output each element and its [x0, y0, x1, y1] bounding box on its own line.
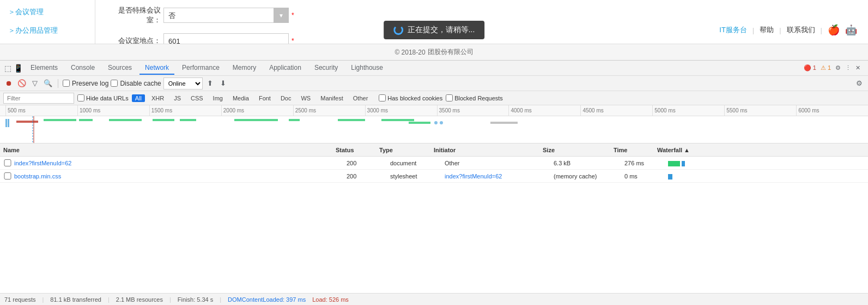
sidebar-item-office[interactable]: ＞办公用品管理 [0, 21, 95, 40]
preserve-log-label[interactable]: Preserve log [63, 80, 108, 87]
has-blocked-cookies-text: Has blocked cookies [387, 95, 442, 101]
svg-rect-9 [289, 119, 300, 121]
app-bar: ＞会议管理 ＞办公用品管理 ＞公文管理 是否特殊会议室： 否 是 ▼ * 会议室… [0, 0, 868, 60]
filter-tag-manifest[interactable]: Manifest [317, 94, 347, 102]
row1-size: 6.3 kB [554, 160, 624, 166]
tick-1000: 1000 ms [77, 105, 149, 116]
timeline-chart [0, 116, 868, 143]
svg-rect-11 [381, 119, 414, 121]
field1-select[interactable]: 否 是 [163, 8, 289, 23]
warning-badge: ⚠ 1 [821, 64, 831, 71]
filter-tag-js[interactable]: JS [171, 94, 184, 102]
separator-1 [58, 79, 58, 88]
hide-data-urls-label[interactable]: Hide data URLs [77, 94, 129, 101]
has-blocked-cookies-checkbox[interactable] [379, 94, 386, 101]
android-icon: 🤖 [845, 24, 857, 36]
tick-4500: 4500 ms [580, 105, 652, 116]
search-button[interactable]: 🔍 [43, 78, 53, 89]
apple-icon: 🍎 [828, 24, 840, 36]
header-status: Status [336, 147, 379, 153]
tab-performance[interactable]: Performance [177, 62, 225, 75]
contact-link[interactable]: 联系我们 [787, 25, 815, 35]
disable-cache-checkbox[interactable] [111, 80, 118, 87]
error-badge: 🔴 1 [804, 64, 816, 71]
upload-icon[interactable]: ⬆ [205, 78, 216, 89]
timeline-ruler: 500 ms 1000 ms 1500 ms 2000 ms 2500 ms 3… [0, 105, 868, 116]
disable-cache-label[interactable]: Disable cache [111, 80, 161, 87]
status-sep-3: | [169, 296, 171, 303]
svg-rect-6 [153, 119, 174, 121]
devtools-tabs-left: ⬚ 📱 Elements Console Sources Network Per… [4, 62, 389, 75]
svg-rect-10 [338, 119, 365, 121]
row2-waterfall [668, 172, 865, 179]
nav-sep-3: | [821, 26, 822, 34]
more-icon[interactable]: ⋮ [845, 64, 851, 71]
blocked-requests-checkbox[interactable] [446, 94, 453, 101]
timeline-svg [0, 116, 868, 143]
nav-sep-1: | [752, 26, 754, 34]
filter-tag-ws[interactable]: WS [298, 94, 314, 102]
it-service-link[interactable]: IT服务台 [719, 25, 747, 35]
device-icon[interactable]: 📱 [14, 64, 23, 73]
filter-tag-font[interactable]: Font [256, 94, 274, 102]
tab-memory[interactable]: Memory [227, 62, 262, 75]
sidebar-item-meeting[interactable]: ＞会议管理 [0, 3, 95, 21]
has-blocked-cookies-label[interactable]: Has blocked cookies [379, 94, 442, 101]
inspect-icon[interactable]: ⬚ [4, 64, 11, 73]
tab-application[interactable]: Application [264, 62, 307, 75]
filter-tag-all[interactable]: All [132, 94, 145, 102]
table-row[interactable]: index?firstMenuId=62 200 document Other … [0, 157, 868, 170]
header-type: Type [379, 147, 434, 153]
settings-icon[interactable]: ⚙ [835, 64, 841, 71]
svg-rect-1 [8, 119, 9, 127]
footer-bar: © 2018-20 团股份有限公司 [0, 44, 868, 60]
tab-lighthouse[interactable]: Lighthouse [345, 62, 389, 75]
timeline-area: 500 ms 1000 ms 1500 ms 2000 ms 2500 ms 3… [0, 105, 868, 143]
status-sep-1: | [42, 296, 44, 303]
svg-rect-14 [409, 122, 430, 124]
tab-elements[interactable]: Elements [25, 62, 63, 75]
status-sep-2: | [108, 296, 110, 303]
header-name: Name [3, 147, 336, 153]
network-table: Name Status Type Initiator Size Time Wat… [0, 143, 868, 293]
blocked-requests-label[interactable]: Blocked Requests [446, 94, 503, 101]
tick-3000: 3000 ms [365, 105, 437, 116]
filter-tag-css[interactable]: CSS [187, 94, 207, 102]
network-status-bar: 71 requests | 81.1 kB transferred | 2.1 … [0, 293, 868, 305]
filter-tag-other[interactable]: Other [350, 94, 372, 102]
tab-sources[interactable]: Sources [102, 62, 137, 75]
settings-network-icon[interactable]: ⚙ [854, 78, 865, 89]
tab-security[interactable]: Security [309, 62, 343, 75]
download-icon[interactable]: ⬇ [218, 78, 229, 89]
svg-rect-2 [16, 121, 38, 123]
devtools-tabbar: ⬚ 📱 Elements Console Sources Network Per… [0, 61, 868, 76]
filter-tag-media[interactable]: Media [229, 94, 252, 102]
network-toolbar: ⏺ 🚫 ▽ 🔍 Preserve log Disable cache Onlin… [0, 76, 868, 91]
filter-tag-xhr[interactable]: XHR [148, 94, 167, 102]
footer-copyright: © 2018-20 [394, 49, 425, 56]
row1-checkbox[interactable] [3, 159, 12, 166]
clear-button[interactable]: 🚫 [16, 78, 27, 89]
preserve-log-checkbox[interactable] [63, 80, 70, 87]
tick-6000: 6000 ms [796, 105, 868, 116]
finish-time: Finish: 5.34 s [178, 296, 213, 303]
filter-button[interactable]: ▽ [29, 78, 40, 89]
devtools-panel: ⬚ 📱 Elements Console Sources Network Per… [0, 60, 868, 305]
throttle-select[interactable]: Online Fast 3G Slow 3G Offline [163, 77, 203, 89]
row2-initiator[interactable]: index?firstMenuId=62 [445, 173, 554, 180]
svg-point-15 [434, 121, 438, 124]
row2-name: bootstrap.min.css [14, 173, 347, 180]
filter-input[interactable] [3, 93, 74, 104]
row2-checkbox[interactable] [3, 172, 12, 180]
tab-network[interactable]: Network [139, 62, 174, 75]
filter-tag-img[interactable]: Img [210, 94, 226, 102]
filter-tag-doc[interactable]: Doc [277, 94, 295, 102]
table-row[interactable]: bootstrap.min.css 200 stylesheet index?f… [0, 170, 868, 183]
nav-sep-2: | [779, 26, 781, 34]
tab-console[interactable]: Console [65, 62, 100, 75]
record-button[interactable]: ⏺ [3, 78, 14, 89]
help-link[interactable]: 帮助 [760, 25, 774, 35]
field1-select-wrapper: 否 是 ▼ [163, 8, 289, 23]
close-icon[interactable]: ✕ [855, 64, 860, 71]
hide-data-urls-checkbox[interactable] [77, 94, 84, 101]
